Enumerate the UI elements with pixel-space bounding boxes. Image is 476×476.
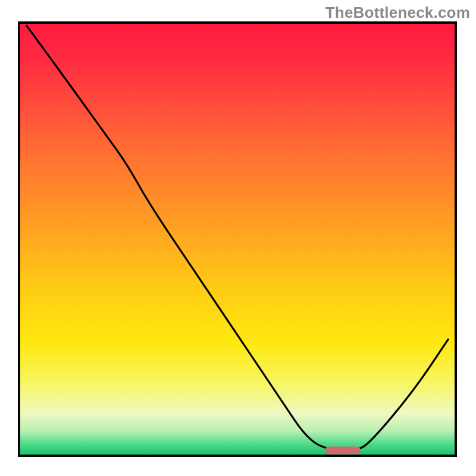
svg-rect-3 <box>455 21 457 457</box>
svg-rect-1 <box>18 455 457 457</box>
optimum-marker <box>325 447 361 455</box>
svg-rect-2 <box>18 21 20 457</box>
chart-background-gradient <box>20 24 455 455</box>
watermark-text: TheBottleneck.com <box>325 4 470 22</box>
chart-canvas <box>0 0 476 476</box>
